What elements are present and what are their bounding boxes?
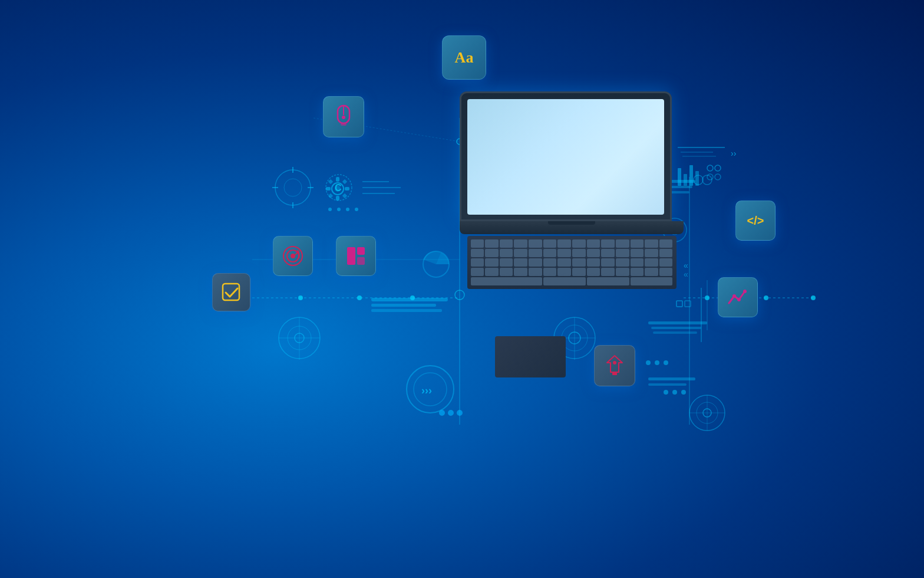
svg-point-56 (448, 410, 454, 416)
svg-point-13 (284, 179, 302, 196)
svg-rect-60 (371, 309, 442, 312)
svg-point-77 (707, 174, 713, 180)
svg-point-38 (288, 326, 311, 350)
svg-point-47 (689, 395, 725, 431)
gear-decoration (323, 174, 352, 206)
svg-point-44 (569, 332, 580, 344)
laptop-touchpad (495, 336, 566, 377)
svg-rect-74 (695, 171, 699, 186)
checkbox-icon (222, 283, 242, 303)
svg-rect-116 (345, 187, 349, 191)
svg-point-88 (672, 390, 677, 395)
svg-rect-117 (328, 179, 333, 184)
checkbox-icon-card (212, 273, 250, 311)
chart-icon (727, 288, 748, 307)
laptop-keyboard (467, 236, 676, 289)
pen-icon (605, 354, 625, 377)
svg-point-39 (295, 333, 304, 343)
svg-point-48 (697, 402, 718, 423)
svg-point-23 (355, 208, 358, 211)
svg-rect-113 (336, 177, 339, 182)
svg-point-2 (357, 295, 362, 300)
svg-rect-85 (648, 377, 695, 380)
laptop-screen-outer (460, 91, 672, 221)
svg-rect-114 (336, 196, 339, 201)
svg-point-12 (275, 170, 311, 205)
target-icon-card (273, 236, 313, 276)
svg-rect-103 (357, 257, 365, 265)
svg-text:«: « (684, 261, 688, 270)
svg-point-32 (694, 175, 703, 185)
svg-point-110 (613, 361, 616, 364)
svg-rect-81 (676, 301, 682, 307)
svg-point-75 (707, 165, 713, 171)
svg-point-99 (291, 254, 295, 258)
svg-rect-63 (653, 331, 697, 334)
svg-rect-102 (357, 247, 365, 255)
svg-rect-58 (371, 298, 448, 301)
svg-point-107 (743, 290, 747, 293)
svg-text:›››: ››› (421, 385, 432, 396)
svg-rect-61 (648, 321, 707, 324)
laptop-illustration (460, 91, 684, 280)
font-icon-card: Aa (442, 35, 486, 80)
svg-point-55 (439, 410, 445, 416)
svg-point-49 (703, 409, 711, 417)
svg-point-95 (342, 116, 345, 119)
svg-point-78 (715, 174, 721, 180)
svg-rect-86 (648, 383, 687, 386)
svg-point-9 (764, 295, 768, 300)
svg-point-22 (346, 208, 349, 211)
svg-point-21 (337, 208, 341, 211)
svg-rect-115 (326, 187, 331, 191)
target-icon (282, 245, 303, 267)
svg-point-87 (664, 390, 668, 395)
svg-point-33 (702, 175, 712, 185)
svg-point-52 (407, 366, 454, 413)
svg-point-105 (732, 294, 736, 298)
code-icon-card: </> (735, 201, 776, 241)
svg-point-67 (423, 251, 449, 277)
svg-point-6 (455, 290, 464, 300)
mouse-icon (334, 104, 353, 129)
svg-point-89 (681, 390, 686, 395)
font-icon-label: Aa (455, 49, 474, 67)
svg-point-53 (414, 373, 447, 406)
svg-rect-120 (342, 193, 347, 198)
svg-rect-62 (651, 327, 701, 329)
svg-rect-72 (684, 174, 687, 186)
svg-point-20 (328, 208, 332, 211)
svg-rect-96 (341, 123, 346, 126)
svg-point-64 (646, 360, 651, 365)
svg-point-1 (298, 295, 303, 300)
svg-rect-59 (371, 304, 436, 307)
laptop-screen-inner (467, 99, 664, 215)
svg-rect-109 (612, 372, 617, 375)
svg-rect-119 (328, 193, 333, 198)
svg-point-106 (737, 298, 741, 301)
svg-text:››: ›› (731, 149, 737, 158)
layout-icon-card (336, 236, 376, 276)
svg-rect-82 (685, 301, 691, 307)
pen-icon-card (594, 345, 635, 386)
svg-text:«: « (684, 270, 688, 279)
circuit-decoration: C ›› » » ››› (0, 0, 924, 578)
svg-point-57 (457, 410, 463, 416)
chart-icon-card (718, 277, 758, 317)
svg-point-37 (279, 317, 320, 359)
layout-icon (345, 245, 367, 267)
svg-point-76 (715, 165, 721, 171)
code-icon-label: </> (747, 214, 764, 228)
svg-point-112 (335, 186, 341, 192)
svg-point-3 (410, 295, 415, 300)
svg-rect-73 (689, 165, 693, 186)
svg-point-8 (705, 295, 710, 300)
svg-rect-101 (347, 247, 355, 265)
laptop-base (460, 221, 684, 234)
svg-rect-118 (342, 179, 347, 184)
mouse-icon-card (323, 96, 364, 137)
svg-point-66 (664, 360, 668, 365)
svg-point-65 (655, 360, 659, 365)
svg-point-10 (811, 295, 816, 300)
